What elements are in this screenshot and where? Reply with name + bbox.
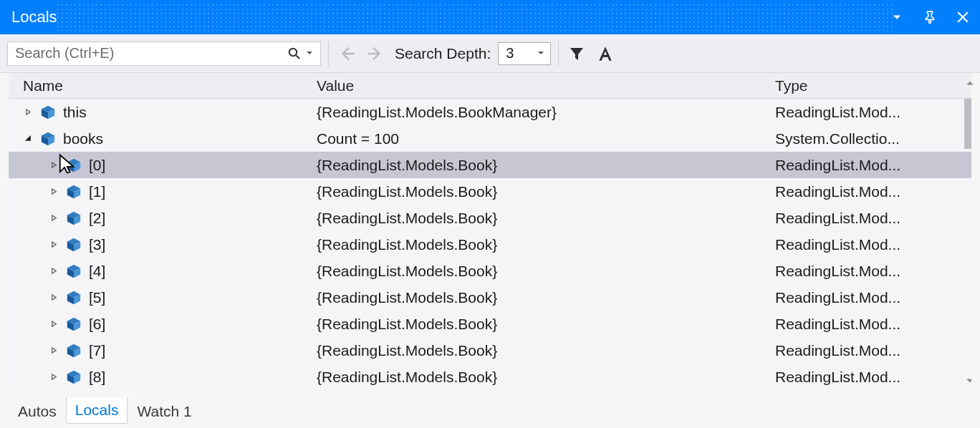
cell-value: {ReadingList.Models.Book} (317, 210, 775, 227)
filter-icon[interactable] (566, 43, 587, 64)
object-icon (66, 263, 82, 279)
object-icon (66, 290, 82, 306)
tab-watch1[interactable]: Watch 1 (128, 398, 201, 425)
expander-collapsed-icon[interactable] (49, 373, 59, 381)
toolbar-separator (558, 42, 559, 66)
cell-value: {ReadingList.Models.Book} (317, 369, 775, 386)
tab-autos[interactable]: Autos (9, 398, 66, 425)
column-header-name[interactable]: Name (23, 77, 317, 94)
window-titlebar: Locals (0, 0, 980, 34)
close-icon[interactable] (954, 9, 971, 26)
text-style-icon[interactable] (595, 43, 616, 64)
cell-value: {ReadingList.Models.Book} (317, 263, 775, 280)
expander-collapsed-icon[interactable] (49, 188, 59, 195)
scroll-up-icon[interactable] (963, 73, 977, 87)
cell-name: [1] (9, 183, 317, 200)
cell-type: ReadingList.Mod... (775, 183, 971, 200)
object-icon (66, 184, 82, 200)
object-icon (66, 343, 82, 359)
vertical-scrollbar-thumb[interactable] (964, 99, 971, 149)
cell-type: System.Collectio... (775, 130, 971, 147)
table-row[interactable]: [1] {ReadingList.Models.Book} ReadingLis… (9, 178, 971, 205)
cell-value: Count = 100 (317, 130, 775, 147)
window-title: Locals (11, 8, 57, 26)
search-icon[interactable] (287, 47, 302, 61)
object-icon (40, 131, 56, 147)
variable-name: [0] (89, 157, 105, 174)
column-header-value[interactable]: Value (317, 77, 775, 94)
cell-type: ReadingList.Mod... (775, 289, 971, 306)
object-icon (66, 210, 82, 226)
variable-name: [1] (89, 183, 105, 200)
titlebar-decoration (56, 1, 893, 33)
table-row[interactable]: [2] {ReadingList.Models.Book} ReadingLis… (9, 205, 971, 231)
object-icon (40, 104, 56, 120)
cell-type: ReadingList.Mod... (775, 210, 971, 227)
expander-collapsed-icon[interactable] (49, 293, 59, 301)
cell-type: ReadingList.Mod... (775, 236, 971, 253)
cell-name: [0] (9, 157, 317, 174)
object-icon (66, 157, 82, 173)
cell-name: [4] (9, 263, 317, 280)
cell-name: this (9, 104, 317, 121)
search-depth-label: Search Depth: (395, 45, 491, 62)
table-row[interactable]: this {ReadingList.Models.BookManager} Re… (9, 99, 971, 125)
window-controls (888, 1, 971, 33)
expander-expanded-icon[interactable] (23, 135, 33, 142)
object-icon (66, 237, 82, 253)
table-row[interactable]: [4] {ReadingList.Models.Book} ReadingLis… (9, 258, 971, 284)
object-icon (66, 316, 82, 332)
column-header-type[interactable]: Type (775, 77, 971, 94)
variable-name: books (63, 130, 103, 147)
scroll-down-icon[interactable] (963, 376, 971, 391)
cell-name: [2] (9, 210, 317, 227)
table-row[interactable]: [0] {ReadingList.Models.Book} ReadingLis… (9, 152, 971, 178)
cell-type: ReadingList.Mod... (775, 369, 971, 386)
cell-value: {ReadingList.Models.Book} (317, 289, 775, 306)
cell-name: books (9, 130, 317, 147)
table-row[interactable]: [6] {ReadingList.Models.Book} ReadingLis… (9, 311, 971, 337)
cell-name: [3] (9, 236, 317, 253)
search-dropdown-icon[interactable] (303, 49, 316, 59)
search-depth-select[interactable]: 3 (498, 42, 551, 65)
expander-collapsed-icon[interactable] (49, 161, 59, 169)
expander-collapsed-icon[interactable] (49, 267, 59, 275)
chevron-down-icon (537, 49, 544, 59)
search-input[interactable] (15, 45, 287, 62)
cell-value: {ReadingList.Models.Book} (317, 236, 775, 253)
expander-collapsed-icon[interactable] (49, 240, 59, 248)
cell-type: ReadingList.Mod... (775, 342, 971, 359)
nav-forward-button[interactable] (365, 43, 386, 64)
cell-name: [5] (9, 289, 317, 306)
search-box[interactable] (7, 42, 321, 66)
table-row[interactable]: [3] {ReadingList.Models.Book} ReadingLis… (9, 231, 971, 258)
table-row[interactable]: [5] {ReadingList.Models.Book} ReadingLis… (9, 284, 971, 311)
toolbar: Search Depth: 3 (0, 34, 980, 73)
expander-collapsed-icon[interactable] (49, 214, 59, 222)
cell-value: {ReadingList.Models.Book} (317, 183, 775, 200)
variable-name: [5] (89, 289, 105, 306)
expander-collapsed-icon[interactable] (49, 346, 59, 354)
variable-name: [4] (89, 263, 105, 280)
tab-locals[interactable]: Locals (66, 397, 128, 424)
expander-collapsed-icon[interactable] (23, 108, 33, 116)
table-row[interactable]: [8] {ReadingList.Models.Book} ReadingLis… (9, 364, 971, 390)
table-row[interactable]: [7] {ReadingList.Models.Book} ReadingLis… (9, 337, 971, 364)
cell-value: {ReadingList.Models.Book} (317, 157, 775, 174)
cell-name: [7] (9, 342, 317, 359)
cell-type: ReadingList.Mod... (775, 263, 971, 280)
variable-name: [7] (89, 342, 105, 359)
cell-name: [6] (9, 316, 317, 333)
object-icon (66, 369, 82, 385)
table-row[interactable]: books Count = 100 System.Collectio... (9, 125, 971, 152)
variable-name: [6] (89, 316, 105, 333)
nav-back-button[interactable] (336, 43, 357, 64)
window-menu-dropdown-icon[interactable] (888, 9, 905, 26)
expander-collapsed-icon[interactable] (49, 320, 59, 328)
cell-value: {ReadingList.Models.BookManager} (317, 104, 775, 121)
cell-type: ReadingList.Mod... (775, 316, 971, 333)
variable-name: [2] (89, 210, 105, 227)
pin-icon[interactable] (921, 9, 938, 26)
variable-name: this (63, 104, 87, 121)
svg-point-0 (289, 48, 297, 55)
